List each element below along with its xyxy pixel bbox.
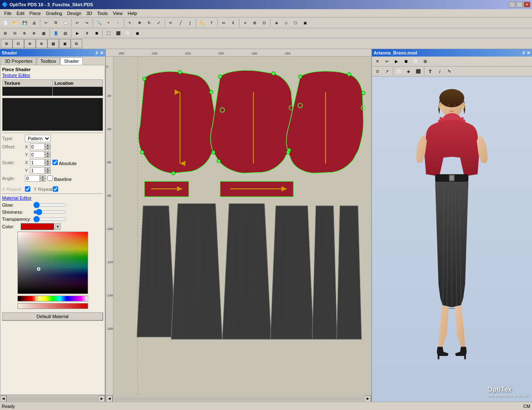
offset-y-down[interactable]: ▼ <box>45 155 51 158</box>
paste-button[interactable]: 📋 <box>61 18 70 27</box>
scroll-left-button[interactable]: ◀ <box>0 395 7 402</box>
more4-button[interactable]: ▣ <box>300 18 310 27</box>
scroll-right-button[interactable]: ▶ <box>99 395 105 402</box>
model-view2[interactable]: ◈ <box>404 67 413 76</box>
model-cam2[interactable]: ↗ <box>382 67 392 76</box>
menu-item-file[interactable]: File <box>2 10 14 17</box>
sim4-button[interactable]: ◼ <box>133 29 142 38</box>
menu-item-edit[interactable]: Edit <box>14 10 27 17</box>
model-3d-view[interactable]: OptiTex next generation 3D for 2D <box>372 77 532 402</box>
menu-item-help[interactable]: Help <box>125 10 140 17</box>
scale-y-up[interactable]: ▲ <box>45 167 51 170</box>
skirt-panel-3[interactable] <box>222 203 271 339</box>
scale-y-spinner[interactable]: ▲ ▼ <box>45 167 51 174</box>
menu-item-view[interactable]: View <box>110 10 125 17</box>
scroll-track[interactable] <box>7 396 98 401</box>
undo-button[interactable]: ↩ <box>73 18 82 27</box>
t1[interactable]: ⊞ <box>1 29 10 38</box>
t2[interactable]: ⊟ <box>10 29 20 38</box>
pause-button[interactable]: ⏸ <box>82 29 91 38</box>
offset-x-input[interactable] <box>30 143 45 150</box>
offset-y-spinner[interactable]: ▲ ▼ <box>45 151 51 158</box>
t5[interactable]: ▦ <box>39 29 48 38</box>
scale-button[interactable]: ⤢ <box>154 18 163 27</box>
view6-button[interactable]: ▣ <box>59 39 71 48</box>
tab-3d-properties[interactable]: 3D Properties <box>1 57 36 65</box>
copy-button[interactable]: ⧉ <box>51 18 60 27</box>
grid-button[interactable]: ▤ <box>61 29 70 38</box>
close-button[interactable]: ✕ <box>524 2 530 7</box>
model-extra[interactable]: ✎ <box>445 67 454 76</box>
titlebar-controls[interactable]: − □ ✕ <box>509 2 530 7</box>
skirt-panel-2[interactable] <box>171 203 222 339</box>
angle-input[interactable] <box>25 175 40 182</box>
t4[interactable]: ⊗ <box>30 29 39 38</box>
person-button[interactable]: 👤 <box>51 29 60 38</box>
save-button[interactable]: 💾 <box>20 18 29 27</box>
scale-x-spinner[interactable]: ▲ ▼ <box>45 159 51 166</box>
model-cam1[interactable]: ⊙ <box>373 67 382 76</box>
rotate-button[interactable]: ↻ <box>145 18 154 27</box>
belt-strip-left[interactable] <box>144 181 189 197</box>
menu-item-grading[interactable]: Grading <box>43 10 64 17</box>
menu-item-tools[interactable]: Tools <box>95 10 111 17</box>
tab-toolbox[interactable]: Toolbox <box>37 57 60 65</box>
skirt-panel-1[interactable] <box>137 206 175 337</box>
more1-button[interactable]: ◈ <box>272 18 281 27</box>
color-picker[interactable] <box>17 232 88 294</box>
sim3-button[interactable]: ⬜ <box>123 29 132 38</box>
redo-button[interactable]: ↪ <box>82 18 91 27</box>
model-close-button[interactable]: ✕ <box>527 50 530 56</box>
scale-y-down[interactable]: ▼ <box>45 170 51 174</box>
model-stop[interactable]: ⏹ <box>401 57 411 66</box>
zoom-out-button[interactable]: - <box>113 18 123 27</box>
distribute-button[interactable]: ⊞ <box>250 18 259 27</box>
type-select[interactable]: Pattern None Image <box>25 135 51 142</box>
more2-button[interactable]: ◇ <box>281 18 291 27</box>
offset-x-spinner[interactable]: ▲ ▼ <box>45 143 51 150</box>
scroll-h-right-button[interactable]: ▶ <box>365 395 371 402</box>
view4-button[interactable]: ⊗ <box>36 39 47 48</box>
texture-editor-link[interactable]: Texture Editor <box>2 73 103 78</box>
glow-slider[interactable] <box>33 202 66 208</box>
select-button[interactable]: ↖ <box>126 18 135 27</box>
text-button[interactable]: T <box>207 18 216 27</box>
shader-pin-button[interactable]: # <box>96 50 98 56</box>
model-frame[interactable]: ⬜ <box>411 57 420 66</box>
sim1-button[interactable]: ⛶ <box>104 29 113 38</box>
menu-item-3d[interactable]: 3D <box>84 10 95 17</box>
model-view1[interactable]: ⬜ <box>394 67 404 76</box>
shader-close-button[interactable]: ✕ <box>100 50 103 56</box>
mirror-button[interactable]: ⇔ <box>219 18 228 27</box>
angle-up[interactable]: ▲ <box>40 175 46 178</box>
shininess-slider[interactable] <box>33 209 66 215</box>
view2-button[interactable]: ⊟ <box>12 39 24 48</box>
minimize-button[interactable]: − <box>509 2 515 7</box>
pattern-canvas[interactable] <box>113 57 371 395</box>
color-swatch[interactable] <box>21 223 54 230</box>
flip-button[interactable]: ⇕ <box>229 18 238 27</box>
offset-y-up[interactable]: ▲ <box>45 151 51 155</box>
texture-row[interactable] <box>2 87 103 96</box>
new-button[interactable]: 📄 <box>1 18 10 27</box>
belt-strip-right[interactable] <box>220 181 293 197</box>
baseline-checkbox[interactable] <box>47 175 53 181</box>
model-play[interactable]: ▶ <box>392 57 401 66</box>
color-dropdown-button[interactable]: ▼ <box>55 223 61 230</box>
maximize-button[interactable]: □ <box>516 2 523 7</box>
skirt-panel-5[interactable] <box>312 206 337 339</box>
scale-x-input[interactable] <box>30 159 45 166</box>
default-material-button[interactable]: Default Material <box>2 312 103 321</box>
line-button[interactable]: ╱ <box>176 18 185 27</box>
angle-down[interactable]: ▼ <box>40 178 46 182</box>
scroll-h-track[interactable] <box>113 396 364 401</box>
model-t6[interactable]: ⊞ <box>421 57 430 66</box>
y-repeat-checkbox[interactable] <box>53 186 58 192</box>
view5-button[interactable]: ▦ <box>47 39 59 48</box>
group-button[interactable]: ⊡ <box>260 18 269 27</box>
zoom-in-button[interactable]: + <box>104 18 113 27</box>
model-text-btn[interactable]: T <box>426 67 435 76</box>
offset-x-up[interactable]: ▲ <box>45 143 51 147</box>
transparency-slider[interactable] <box>33 216 66 222</box>
model-t2[interactable]: ↩ <box>382 57 392 66</box>
